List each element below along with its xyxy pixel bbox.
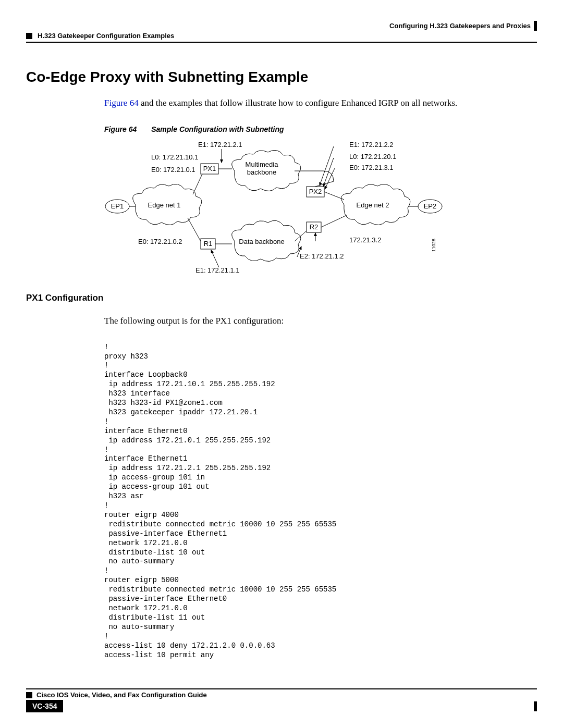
px1-label: PX1 xyxy=(203,165,216,172)
header-rule xyxy=(26,42,537,43)
header-marker-right xyxy=(534,21,537,31)
figure-link[interactable]: Figure 64 xyxy=(104,98,139,108)
e0-px2: E0: 172.21.3.1 xyxy=(349,164,394,171)
px1-heading: PX1 Configuration xyxy=(26,293,537,303)
ip-r2: 172.21.3.2 xyxy=(349,236,381,244)
page-number-badge: VC-354 xyxy=(26,700,63,712)
l0-px1: L0: 172.21.10.1 xyxy=(151,153,198,161)
ep2-label: EP2 xyxy=(424,202,437,210)
header-marker-left xyxy=(26,33,32,39)
edge1-label: Edge net 1 xyxy=(148,201,181,209)
r2-label: R2 xyxy=(310,223,319,231)
l0-px2: L0: 172.21.20.1 xyxy=(349,153,396,161)
e1-px2: E1: 172.21.2.2 xyxy=(349,141,394,149)
svg-line-16 xyxy=(211,250,219,267)
chapter-title: Configuring H.323 Gatekeepers and Proxie… xyxy=(389,22,531,30)
px2-label: PX2 xyxy=(309,188,322,195)
page-footer: Cisco IOS Voice, Video, and Fax Configur… xyxy=(26,688,537,712)
intro-paragraph: Figure 64 and the examples that follow i… xyxy=(104,97,537,109)
page-title: Co-Edge Proxy with Subnetting Example xyxy=(26,69,537,85)
e0-r1: E0: 172.21.0.2 xyxy=(138,238,182,245)
footer-marker xyxy=(26,692,32,698)
network-diagram: Multimedia backbone Edge net 1 Edge net … xyxy=(104,140,537,277)
px1-config-code: ! proxy h323 ! interface Loopback0 ip ad… xyxy=(104,343,537,660)
figure-caption-text: Sample Configuration with Subnetting xyxy=(151,125,284,133)
section-title: H.323 Gatekeeper Configuration Examples xyxy=(38,32,174,40)
svg-line-5 xyxy=(324,192,344,200)
svg-line-11 xyxy=(320,146,334,186)
figure-id: 11028 xyxy=(431,239,436,252)
svg-line-9 xyxy=(321,215,347,227)
edge2-label: Edge net 2 xyxy=(357,201,389,209)
mmbb-label2: backbone xyxy=(247,168,276,176)
px1-intro: The following output is for the PX1 conf… xyxy=(104,315,537,327)
guide-title: Cisco IOS Voice, Video, and Fax Configur… xyxy=(36,691,207,699)
r1-label: R1 xyxy=(204,240,213,248)
figure-caption: Figure 64Sample Configuration with Subne… xyxy=(104,125,537,133)
mmbb-label: Multimedia xyxy=(246,161,279,168)
e0-px1: E0: 172.21.0.1 xyxy=(151,166,195,174)
e1-px1: E1: 172.21.2.1 xyxy=(198,141,242,149)
e2-r2: E2: 172.21.1.2 xyxy=(300,252,344,260)
intro-text: and the examples that follow illustrate … xyxy=(139,98,458,108)
svg-line-6 xyxy=(188,218,201,241)
databb-label: Data backbone xyxy=(239,238,284,245)
footer-marker-right xyxy=(534,701,537,711)
ep1-label: EP1 xyxy=(111,202,124,210)
figure-number: Figure 64 xyxy=(104,125,137,133)
e1-r1: E1: 172.21.1.1 xyxy=(195,266,240,274)
svg-line-12 xyxy=(323,158,334,187)
svg-line-2 xyxy=(193,174,202,194)
